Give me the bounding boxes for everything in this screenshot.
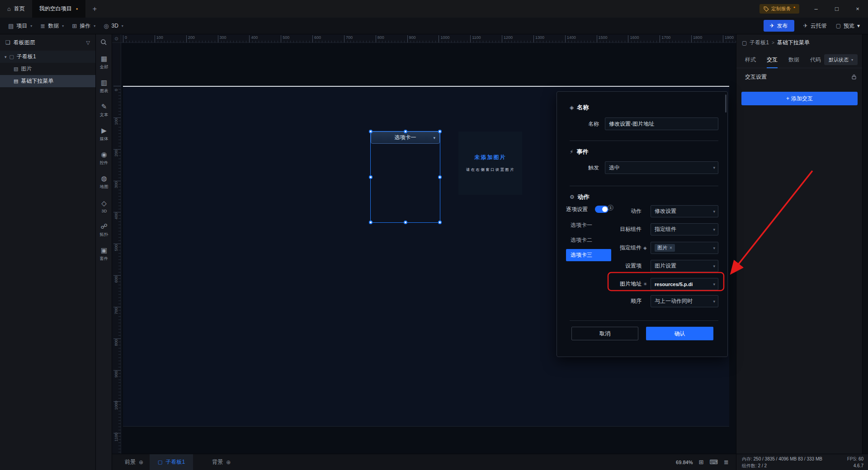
category-text[interactable]: ✎文本 — [96, 99, 112, 122]
selected-dropdown-component[interactable]: 选项卡一 ▾ — [371, 132, 440, 222]
tab-project-label: 我的空白项目 — [39, 5, 72, 13]
service-badge-label: 定制服务 — [771, 5, 791, 12]
menu-operate[interactable]: ⊞ 操作 ▾ — [72, 22, 95, 30]
divider — [570, 141, 718, 141]
layer-image-label: 图片 — [21, 65, 32, 73]
breadcrumb-parent[interactable]: 子看板1 — [750, 39, 769, 47]
dropdown-widget[interactable]: 选项卡一 ▾ — [371, 132, 440, 144]
category-widget[interactable]: ◉控件 — [96, 146, 112, 170]
circle-plus-icon[interactable]: ⊕ — [226, 459, 231, 465]
close-button[interactable]: × — [847, 0, 868, 18]
publish-button[interactable]: ✈ 发布 — [764, 20, 794, 32]
caret-down-icon[interactable]: ▾ — [5, 55, 7, 59]
ruler-tick-label: 800 — [114, 335, 118, 350]
gear-icon: ⚙ — [570, 194, 575, 200]
selection-handle[interactable] — [404, 130, 407, 133]
image-component-placeholder[interactable]: 未添加图片 请在右侧窗口设置图片 — [458, 132, 522, 195]
list-lines-icon[interactable]: ≣ — [724, 459, 729, 465]
board-tab-active[interactable]: ▢ 子看板1 — [150, 454, 193, 470]
selection-handle[interactable] — [369, 130, 373, 133]
category-media[interactable]: ▶媒体 — [96, 122, 112, 146]
selection-handle[interactable] — [369, 221, 373, 224]
canvas-footer-right: 69.84% ⊞ ⌨ ≣ — [676, 459, 729, 465]
panel-collapse-strip[interactable] — [862, 34, 868, 454]
action-tab-2[interactable]: 选项卡二 — [566, 234, 611, 246]
minimize-button[interactable]: – — [806, 0, 826, 18]
category-topology[interactable]: ☍拓扑 — [96, 218, 112, 242]
board-tab-label: 子看板1 — [165, 458, 185, 466]
widget-icon: ◉ — [101, 151, 107, 158]
ruler-origin-icon[interactable]: ⊙ — [112, 34, 121, 43]
preview-button[interactable]: ▢ 预览 ▾ — [836, 22, 860, 30]
layer-item-image[interactable]: ▧ 图片 — [0, 63, 95, 75]
menu-3d[interactable]: ◎ 3D ▾ — [104, 23, 123, 29]
order-select[interactable]: 与上一动作同时 ▾ — [651, 295, 718, 307]
tab-data[interactable]: 数据 — [788, 51, 799, 68]
layer-item-dropdown-selected[interactable]: ▤ 基础下拉菜单 — [0, 75, 95, 87]
ruler-tick-label: 1400 — [565, 35, 576, 43]
menu-project[interactable]: ▤ 项目 ▾ — [8, 22, 32, 30]
tab-style[interactable]: 样式 — [745, 51, 756, 68]
action-label: 动作 — [610, 205, 642, 217]
cloud-hosting-button[interactable]: ✈ 云托管 — [803, 22, 827, 30]
chevron-down-icon: ▾ — [713, 299, 715, 304]
canvas-footer: 前景 ⊕ ▢ 子看板1 背景 ⊕ 69.84% ⊞ ⌨ ≣ — [112, 454, 736, 470]
category-3d[interactable]: ◇3D — [96, 194, 112, 218]
trigger-select[interactable]: 选中 ▾ — [605, 161, 718, 174]
action-select[interactable]: 修改设置 ▾ — [651, 205, 718, 217]
circle-plus-icon[interactable]: ⊕ — [139, 459, 143, 465]
category-chart[interactable]: ▥图表 — [96, 75, 112, 99]
order-label: 顺序 — [610, 295, 642, 307]
new-tab-button[interactable]: + — [85, 0, 104, 18]
filter-icon[interactable]: ▽ — [86, 40, 90, 46]
unsaved-dot-icon: ● — [76, 7, 78, 11]
setting-item-select[interactable]: 图片设置 ▾ — [651, 260, 718, 272]
selection-handle[interactable] — [438, 130, 442, 133]
lock-icon[interactable] — [851, 74, 857, 80]
component-tag-chip[interactable]: 图片 × — [655, 244, 675, 252]
action-tab-1[interactable]: 选项卡一 — [566, 219, 611, 231]
maximize-button[interactable]: □ — [826, 0, 847, 18]
preview-frame-icon: ▢ — [836, 23, 841, 29]
placeholder-title: 未添加图片 — [475, 154, 506, 161]
tab-code[interactable]: 代码 — [810, 51, 821, 68]
dynamic-value-icon[interactable]: ✳ — [643, 282, 647, 287]
ruler-tick-label: 1100 — [114, 430, 118, 444]
fit-screen-icon[interactable]: ⊞ — [698, 459, 703, 465]
ruler-tick-label: 200 — [114, 146, 118, 160]
custom-service-badge[interactable]: 定制服务 ● — [760, 4, 799, 14]
zoom-level[interactable]: 69.84% — [676, 460, 693, 465]
cancel-button[interactable]: 取消 — [571, 327, 638, 340]
tab-project[interactable]: 我的空白项目 ● — [32, 0, 85, 18]
selection-handle[interactable] — [438, 221, 442, 224]
category-all[interactable]: ▦全部 — [96, 51, 112, 75]
chevron-down-icon: ▾ — [713, 165, 715, 170]
tab-home[interactable]: ⌂ 首页 — [0, 0, 32, 18]
dialog-scrollbar[interactable] — [725, 94, 726, 113]
confirm-button[interactable]: 确认 — [646, 327, 713, 340]
ruler-tick-label: 1600 — [628, 35, 639, 43]
layer-item-board[interactable]: ▾ ▢ 子看板1 — [0, 51, 95, 63]
category-map[interactable]: ◍地图 — [96, 170, 112, 194]
name-input[interactable] — [605, 118, 718, 130]
action-tab-3-selected[interactable]: 选项卡三 — [566, 249, 611, 261]
selection-handle[interactable] — [369, 175, 373, 179]
search-icon[interactable] — [100, 39, 107, 46]
selection-handle[interactable] — [404, 221, 407, 224]
tab-interaction-active[interactable]: 交互 — [767, 51, 778, 68]
target-component-label: 目标组件 — [610, 223, 642, 235]
keyboard-icon[interactable]: ⌨ — [709, 459, 718, 465]
chip-close-icon[interactable]: × — [670, 245, 672, 250]
image-url-select[interactable]: resources/5.p.di ▾ — [651, 278, 718, 290]
category-kit[interactable]: ▣套件 — [96, 242, 112, 266]
menu-data[interactable]: ≣ 数据 ▾ — [40, 22, 64, 30]
target-component-select[interactable]: 指定组件 ▾ — [651, 223, 718, 235]
state-selector[interactable]: 默认状态 ▾ — [824, 54, 858, 65]
lightning-icon: ⚡ — [570, 149, 573, 155]
add-interaction-button[interactable]: + 添加交互 — [741, 92, 858, 105]
per-item-toggle[interactable] — [595, 206, 609, 213]
specified-component-select[interactable]: 图片 × ▾ — [651, 242, 718, 254]
ruler-tick-label: 0 — [114, 83, 118, 97]
component-ref-icon[interactable]: ◈ — [643, 245, 647, 250]
selection-handle[interactable] — [438, 175, 442, 179]
